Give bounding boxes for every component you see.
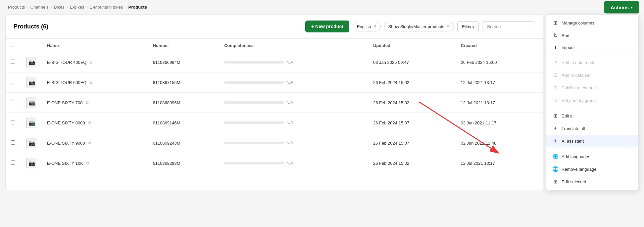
- row-completeness-1: N/A: [219, 72, 368, 93]
- divider-3: [546, 149, 638, 149]
- menu-label-sort: Sort: [562, 33, 570, 38]
- menu-label-remove-language: Remove language: [562, 167, 597, 172]
- actions-button[interactable]: Actions ▾: [604, 1, 639, 13]
- layers-icon: ⧉: [90, 80, 93, 85]
- row-updated-5: 26 Feb 2024 15:02: [368, 153, 456, 173]
- menu-item-edit-selected[interactable]: ⊞ Edit selected: [546, 175, 638, 188]
- layers-icon: ⧉: [90, 60, 93, 65]
- table-row[interactable]: 📷 E-BIG TOUR 400EQ ⧉ 6110866994M N/A 03 …: [6, 52, 543, 72]
- thumbnail-header: [21, 39, 42, 52]
- english-label: English: [357, 24, 371, 29]
- chevron-down-icon: ▾: [631, 5, 633, 9]
- menu-label-edit-selected: Edit selected: [562, 179, 586, 184]
- english-filter-chip[interactable]: English ✕: [353, 22, 381, 31]
- toolbar: Products (6) + New product English ✕ Sho…: [6, 15, 543, 39]
- menu-item-ai-assistant[interactable]: ✦ AI assistant: [546, 135, 638, 147]
- actions-dropdown-menu: ⊞ Manage columns ⇅ Sort ⬇ Import ⊡ Add t…: [546, 14, 639, 190]
- table-row[interactable]: 📷 E-ONE SIXTY 700 ⧉ 6110868996M N/A 26 F…: [6, 93, 543, 113]
- row-checkbox-4[interactable]: [11, 140, 15, 145]
- menu-item-add-languages[interactable]: 🌐 Add languages: [546, 150, 638, 163]
- breadcrumb-bikes[interactable]: Bikes: [54, 5, 65, 10]
- row-updated-4: 26 Feb 2024 15:07: [368, 133, 456, 153]
- layers-icon: ⧉: [86, 100, 89, 105]
- menu-item-import[interactable]: ⬇ Import: [546, 42, 638, 53]
- table-row[interactable]: 📷 E-BIG TOUR 600EQ ⧉ 6110867155M N/A 26 …: [6, 72, 543, 93]
- row-created-1: 12 Jul 2021 13:17: [455, 72, 543, 93]
- row-checkbox-cell[interactable]: [6, 113, 21, 133]
- layers-icon: ⧉: [88, 120, 91, 125]
- row-created-0: 26 Feb 2024 15:00: [455, 52, 543, 72]
- row-checkbox-2[interactable]: [11, 100, 15, 104]
- updated-header: Updated: [368, 39, 456, 52]
- table-row[interactable]: 📷 E-ONE SIXTY 9000 ⧉ 6110869243M N/A 26 …: [6, 133, 543, 153]
- row-name-2: E-ONE SIXTY 700 ⧉: [42, 93, 147, 113]
- add-data-model-icon: ⊡: [552, 60, 558, 66]
- row-completeness-0: N/A: [219, 52, 368, 72]
- row-created-4: 02 Jun 2021 11:48: [455, 133, 543, 153]
- menu-item-set-primary-group: ⊡ Set primary group: [546, 94, 638, 107]
- row-name-3: E-ONE SIXTY 8000 ⧉: [42, 113, 147, 133]
- row-name-0: E-BIG TOUR 400EQ ⧉: [42, 52, 147, 72]
- search-input[interactable]: [482, 21, 535, 32]
- row-checkbox-3[interactable]: [11, 120, 15, 124]
- select-all-checkbox[interactable]: [11, 43, 15, 47]
- row-checkbox-cell[interactable]: [6, 153, 21, 173]
- products-table: Name Number Completeness Updated Created…: [6, 39, 543, 173]
- row-checkbox-cell[interactable]: [6, 52, 21, 72]
- row-checkbox-cell[interactable]: [6, 133, 21, 153]
- remove-language-icon: 🌐: [552, 166, 558, 172]
- breadcrumb-products[interactable]: Products: [8, 5, 25, 10]
- table-row[interactable]: 📷 E-ONE SIXTY 10K ⧉ 6110869298M N/A 26 F…: [6, 153, 543, 173]
- menu-label-add-languages: Add languages: [562, 154, 590, 159]
- divider-2: [546, 108, 638, 108]
- row-thumbnail-1: 📷: [21, 72, 42, 93]
- completeness-bar: [224, 162, 284, 164]
- menu-item-manage-columns[interactable]: ⊞ Manage columns: [546, 17, 638, 29]
- row-checkbox-0[interactable]: [11, 60, 15, 64]
- camera-icon: 📷: [26, 57, 36, 68]
- master-remove-icon[interactable]: ✕: [446, 24, 450, 29]
- menu-item-add-data-model: ⊡ Add to data model: [546, 56, 638, 69]
- row-checkbox-5[interactable]: [11, 160, 15, 165]
- row-number-3: 6110869146M: [147, 113, 219, 133]
- ai-assistant-icon: ✦: [552, 138, 558, 144]
- breadcrumb-current: Products: [128, 5, 147, 10]
- na-label: N/A: [286, 161, 293, 165]
- menu-item-sort[interactable]: ⇅ Sort: [546, 29, 638, 42]
- camera-icon: 📷: [26, 97, 36, 108]
- na-label: N/A: [286, 120, 293, 125]
- menu-item-translate-all[interactable]: ✦ Translate all: [546, 122, 638, 135]
- edit-all-icon: ⊞: [552, 113, 558, 119]
- breadcrumb: Products › Channels › Bikes › E-bikes › …: [8, 5, 535, 10]
- menu-label-publish-channel: Publish to channel: [562, 85, 597, 90]
- row-checkbox-1[interactable]: [11, 80, 15, 84]
- page-title: Products (6): [14, 23, 48, 30]
- menu-label-set-primary-group: Set primary group: [562, 98, 596, 103]
- menu-item-remove-language[interactable]: 🌐 Remove language: [546, 163, 638, 175]
- camera-icon: 📷: [26, 117, 36, 128]
- breadcrumb-channels[interactable]: Channels: [30, 5, 49, 10]
- select-all-header[interactable]: [6, 39, 21, 52]
- english-remove-icon[interactable]: ✕: [373, 24, 376, 29]
- menu-label-edit-all: Edit all: [562, 114, 574, 118]
- row-checkbox-cell[interactable]: [6, 72, 21, 93]
- sort-icon: ⇅: [552, 32, 558, 38]
- row-name-4: E-ONE SIXTY 9000 ⧉: [42, 133, 147, 153]
- master-label: Show Single/Master products: [388, 24, 444, 29]
- na-label: N/A: [286, 60, 293, 65]
- new-product-button[interactable]: + New product: [305, 21, 349, 32]
- menu-label-manage-columns: Manage columns: [562, 21, 594, 25]
- row-number-4: 6110869243M: [147, 133, 219, 153]
- table-row[interactable]: 📷 E-ONE SIXTY 8000 ⧉ 6110869146M N/A 26 …: [6, 113, 543, 133]
- row-checkbox-cell[interactable]: [6, 93, 21, 113]
- filters-button[interactable]: Filters: [457, 21, 479, 32]
- breadcrumb-emountain[interactable]: E-Mountain bikes: [90, 5, 123, 10]
- breadcrumb-ebikes[interactable]: E-bikes: [70, 5, 84, 10]
- master-filter-chip[interactable]: Show Single/Master products ✕: [384, 22, 454, 31]
- layers-icon: ⧉: [88, 141, 91, 145]
- row-number-5: 6110869298M: [147, 153, 219, 173]
- menu-item-edit-all[interactable]: ⊞ Edit all: [546, 110, 638, 122]
- row-thumbnail-4: 📷: [21, 133, 42, 153]
- divider-1: [546, 55, 638, 55]
- import-icon: ⬇: [552, 45, 558, 50]
